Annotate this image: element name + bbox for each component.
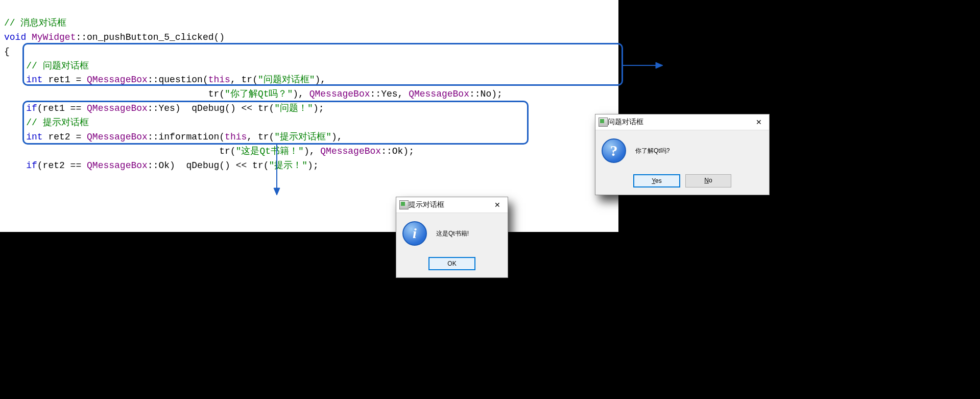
string-literal: "提示对话框" <box>274 132 331 142</box>
question-dialog-body: ? 你了解Qt吗? <box>595 130 769 171</box>
class-name: MyWidget <box>26 32 76 42</box>
code-editor: // 消息对话框 void MyWidget::on_pushButton_5_… <box>0 0 618 232</box>
code-text: ::Ok) qDebug() << tr( <box>148 160 269 171</box>
brace: { <box>4 46 10 57</box>
info-dialog-titlebar[interactable]: 提示对话框 ✕ <box>396 197 508 213</box>
close-icon[interactable]: ✕ <box>752 117 766 127</box>
svg-marker-3 <box>274 188 280 195</box>
code-text: ), <box>304 146 320 156</box>
app-icon <box>599 118 608 127</box>
class-qmessagebox: QMessageBox <box>309 89 370 99</box>
code-text: (ret1 == <box>37 103 87 113</box>
question-dialog-title: 问题对话框 <box>608 118 752 127</box>
no-mnemonic: N <box>704 177 709 184</box>
class-qmessagebox: QMessageBox <box>87 75 148 85</box>
no-text: o <box>709 177 712 184</box>
string-literal: "这是Qt书籍！" <box>236 146 304 156</box>
code-text: ::Yes) qDebug() << tr( <box>148 103 274 113</box>
keyword: void <box>4 32 26 42</box>
info-icon: i <box>402 221 427 246</box>
code-text: tr( <box>4 89 225 99</box>
code-text: ::information( <box>148 132 225 142</box>
keyword-int: int <box>4 132 43 142</box>
no-button[interactable]: No <box>685 174 731 187</box>
string-literal: "问题对话框" <box>258 75 315 85</box>
keyword-if: if <box>4 103 37 113</box>
code-text: ::Ok); <box>381 146 414 156</box>
question-icon: ? <box>602 138 626 163</box>
code-text: , tr( <box>230 75 258 85</box>
keyword-this: this <box>225 132 247 142</box>
code-text: ::Yes, <box>370 89 409 99</box>
question-dialog-titlebar[interactable]: 问题对话框 ✕ <box>595 114 769 130</box>
yes-button[interactable]: Yes <box>633 174 680 187</box>
code-text: ), <box>293 89 309 99</box>
yes-text: es <box>655 177 662 184</box>
code-text: ), <box>315 75 326 85</box>
keyword-int: int <box>4 75 43 85</box>
arrow-to-question-dialog <box>622 60 663 71</box>
code-text: (ret2 == <box>37 160 87 171</box>
info-dialog-body: i 这是Qt书籍! <box>396 213 508 254</box>
info-dialog: 提示对话框 ✕ i 这是Qt书籍! OK <box>396 197 508 278</box>
code-text: , tr( <box>247 132 274 142</box>
info-dialog-message: 这是Qt书籍! <box>436 229 497 238</box>
comment-info: // 提示对话框 <box>4 118 89 128</box>
code-text: ::question( <box>148 75 208 85</box>
code-text: ); <box>307 160 319 171</box>
app-icon <box>399 200 409 209</box>
ok-button[interactable]: OK <box>428 257 475 270</box>
class-qmessagebox: QMessageBox <box>409 89 469 99</box>
string-literal: "你了解Qt吗？" <box>225 89 293 99</box>
question-dialog: 问题对话框 ✕ ? 你了解Qt吗? Yes No <box>595 114 770 195</box>
comment-line: // 消息对话框 <box>4 18 66 28</box>
info-dialog-title: 提示对话框 <box>409 200 490 209</box>
code-text: ret1 = <box>43 75 87 85</box>
class-qmessagebox: QMessageBox <box>87 160 148 171</box>
code-text: ::No); <box>469 89 503 99</box>
question-dialog-message: 你了解Qt吗? <box>635 147 759 155</box>
svg-marker-1 <box>656 62 663 68</box>
class-qmessagebox: QMessageBox <box>87 132 148 142</box>
code-text: tr( <box>4 146 236 156</box>
code-text: ), <box>331 132 343 142</box>
string-literal: "问题！" <box>274 103 313 113</box>
info-dialog-buttons: OK <box>396 254 508 277</box>
comment-question: // 问题对话框 <box>4 61 89 71</box>
close-icon[interactable]: ✕ <box>490 200 505 210</box>
class-qmessagebox: QMessageBox <box>87 103 148 113</box>
method-sig: ::on_pushButton_5_clicked() <box>76 32 225 42</box>
keyword-this: this <box>208 75 230 85</box>
code-text: ret2 = <box>43 132 87 142</box>
question-dialog-buttons: Yes No <box>595 171 769 195</box>
keyword-if: if <box>4 160 37 171</box>
arrow-to-info-dialog <box>272 144 282 195</box>
code-text: ); <box>313 103 324 113</box>
class-qmessagebox: QMessageBox <box>320 146 381 156</box>
